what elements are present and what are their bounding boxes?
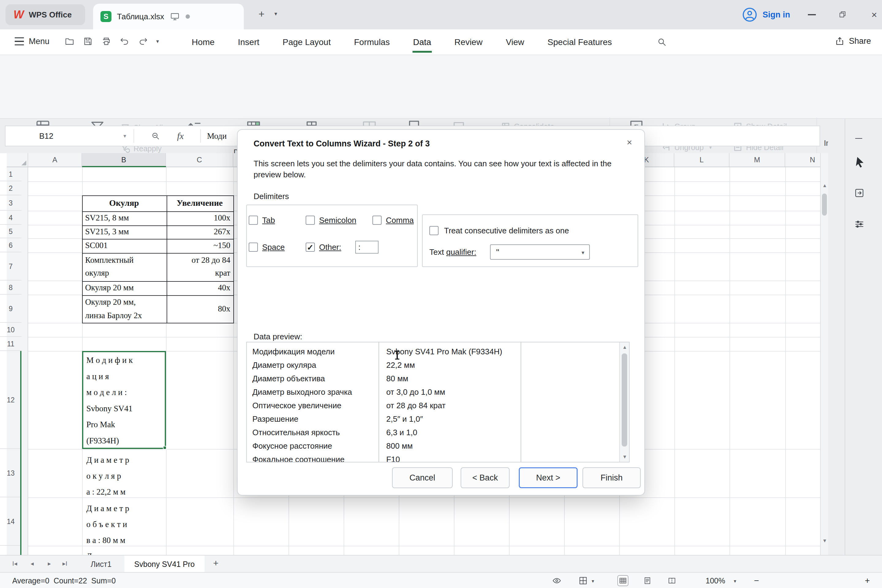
menu-tab[interactable]: Data: [402, 29, 443, 55]
search-icon[interactable]: [657, 37, 667, 47]
semicolon-checkbox[interactable]: [306, 216, 315, 225]
scroll-down-icon[interactable]: ▼: [821, 537, 829, 545]
comma-checkbox[interactable]: [372, 216, 382, 225]
back-button[interactable]: < Back: [460, 467, 510, 488]
menu-tab[interactable]: Insert: [226, 29, 271, 55]
text-qualifier-dropdown[interactable]: " ▾: [490, 244, 590, 260]
row-header-2[interactable]: 2: [0, 181, 21, 195]
sign-in-button[interactable]: Sign in: [763, 10, 790, 20]
avatar[interactable]: [742, 8, 757, 22]
cancel-button[interactable]: Cancel: [392, 467, 453, 488]
preview-scrollbar[interactable]: ▲ ▼: [619, 342, 629, 462]
insert-function-button[interactable]: fx: [177, 131, 184, 141]
cell-b3[interactable]: Окуляр: [82, 195, 166, 211]
cell-b13[interactable]: Д и а м е т р о к у л я р а : 22,2 м м: [82, 449, 166, 497]
cell-c3[interactable]: Увеличение: [166, 195, 233, 211]
view-page-break-button[interactable]: [666, 575, 677, 586]
cell-b9[interactable]: Окуляр 20 мм, линза Барлоу 2x: [82, 295, 166, 322]
name-box[interactable]: B12 ▾: [6, 126, 134, 146]
vertical-scrollbar-thumb[interactable]: [822, 194, 827, 216]
menu-tab[interactable]: Formulas: [342, 29, 402, 55]
column-header-l[interactable]: L: [674, 153, 729, 166]
preview-scroll-up-icon[interactable]: ▲: [620, 343, 630, 352]
menu-button[interactable]: Menu: [29, 37, 50, 46]
space-checkbox[interactable]: [249, 243, 258, 252]
cell-b4[interactable]: SV215, 8 мм: [82, 211, 166, 225]
print-icon[interactable]: [101, 36, 111, 46]
row-header-14[interactable]: 14: [0, 497, 21, 546]
row-header-8[interactable]: 8: [0, 280, 21, 295]
next-sheet-icon[interactable]: ▸: [48, 560, 51, 567]
close-button[interactable]: ×: [871, 9, 877, 20]
tab-list-caret-icon[interactable]: ▾: [274, 10, 277, 17]
add-sheet-button[interactable]: +: [213, 558, 219, 568]
row-header-12[interactable]: 12: [0, 351, 21, 449]
cell-c5[interactable]: 267x: [166, 225, 233, 238]
cell-fill-caret-icon[interactable]: ▾: [592, 578, 594, 584]
cell-b6[interactable]: SC001: [82, 238, 166, 252]
treat-consecutive-checkbox[interactable]: [429, 226, 438, 235]
minimize-button[interactable]: [808, 9, 816, 15]
tab-checkbox[interactable]: [249, 216, 258, 225]
settings-sliders-icon[interactable]: [854, 219, 865, 230]
toolbar-caret-icon[interactable]: ▾: [156, 38, 159, 45]
app-menu-button[interactable]: W WPS Office: [6, 4, 85, 25]
other-delimiter-input[interactable]: [355, 241, 378, 254]
cell-b15[interactable]: Д и а м е т р: [82, 546, 166, 555]
cell-b7[interactable]: Комплектный окуляр: [82, 252, 166, 279]
new-tab-button[interactable]: +: [258, 8, 265, 20]
collapse-panel-icon[interactable]: [854, 134, 864, 143]
zoom-out-button[interactable]: −: [754, 576, 759, 585]
cell-b14[interactable]: Д и а м е т р о б ъ е к т и в а : 80 м м: [82, 497, 166, 546]
menu-tab[interactable]: Special Features: [536, 29, 624, 55]
save-icon[interactable]: [82, 36, 93, 46]
cell-b5[interactable]: SV215, 3 мм: [82, 225, 166, 238]
eye-icon[interactable]: [552, 576, 562, 585]
other-checkbox[interactable]: ✓: [306, 243, 315, 252]
vertical-scrollbar[interactable]: ▲ ▼: [820, 153, 828, 555]
name-box-caret-icon[interactable]: ▾: [123, 133, 126, 140]
zoom-formula-icon[interactable]: [151, 131, 160, 141]
formula-value[interactable]: Моди: [201, 131, 226, 141]
last-sheet-icon[interactable]: ▸Ⅰ: [63, 560, 68, 567]
view-page-layout-button[interactable]: [642, 575, 653, 586]
view-normal-button[interactable]: [617, 575, 628, 586]
cell-c6[interactable]: ~150: [166, 238, 233, 252]
undo-icon[interactable]: [119, 36, 130, 46]
menu-tab[interactable]: View: [494, 29, 536, 55]
row-header-9[interactable]: 9: [0, 295, 21, 323]
cell-c8[interactable]: 40x: [166, 280, 233, 295]
restore-button[interactable]: [838, 10, 846, 18]
zoom-in-button[interactable]: +: [865, 576, 870, 585]
row-header-5[interactable]: 5: [0, 225, 21, 238]
previous-sheet-icon[interactable]: ◂: [31, 560, 34, 567]
menu-tab[interactable]: Review: [443, 29, 494, 55]
redo-icon[interactable]: [138, 36, 148, 46]
row-header-11[interactable]: 11: [0, 337, 21, 351]
cell-fill-icon[interactable]: [578, 576, 588, 585]
column-header-b[interactable]: B: [82, 153, 166, 166]
cell-c7[interactable]: от 28 до 84 крат: [166, 252, 233, 279]
next-button[interactable]: Next >: [519, 467, 578, 488]
cursor-tool-icon[interactable]: [854, 156, 867, 168]
row-header-7[interactable]: 7: [0, 252, 21, 280]
row-header-6[interactable]: 6: [0, 238, 21, 252]
row-header-3[interactable]: 3: [0, 195, 21, 211]
semicolon-checkbox-label[interactable]: Semicolon: [319, 216, 356, 225]
row-header-13[interactable]: 13: [0, 449, 21, 497]
space-checkbox-label[interactable]: Space: [262, 243, 285, 252]
document-tab[interactable]: S Таблица.xlsx: [93, 4, 244, 29]
first-sheet-icon[interactable]: Ⅰ◂: [12, 560, 17, 567]
preview-scrollbar-thumb[interactable]: [622, 353, 627, 447]
sheet-tab-svbony[interactable]: Svbony SV41 Pro: [124, 555, 205, 573]
zoom-caret-icon[interactable]: ▾: [734, 578, 736, 584]
preview-scroll-down-icon[interactable]: ▼: [620, 453, 630, 461]
cell-c9[interactable]: 80x: [166, 295, 233, 323]
fill-handle[interactable]: [163, 446, 166, 450]
sheet-tab-list1[interactable]: Лист1: [82, 555, 119, 573]
row-header-10[interactable]: 10: [0, 323, 21, 337]
share-button[interactable]: Share: [835, 36, 871, 46]
cell-b8[interactable]: Окуляр 20 мм: [82, 280, 166, 295]
navigation-pane-icon[interactable]: [854, 188, 865, 198]
other-checkbox-label[interactable]: Other:: [319, 243, 341, 252]
